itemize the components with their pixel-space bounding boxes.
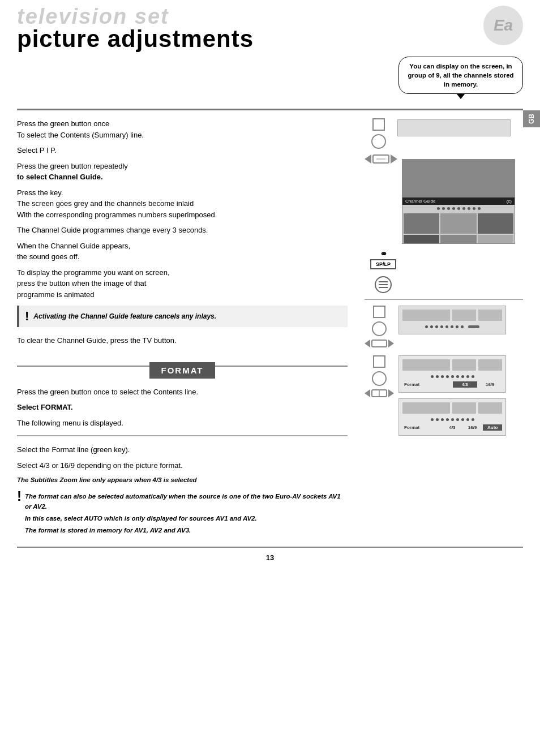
pip-remote-area — [365, 118, 523, 149]
exclaim-large-icon: ! — [17, 489, 22, 503]
nav-center-btn — [372, 154, 389, 164]
remote-btn-square-2 — [373, 306, 385, 318]
remote-btn-circle-2 — [372, 321, 387, 336]
remote-group-2 — [365, 154, 397, 244]
format-screen-2: Format 4/3 16/9 — [398, 355, 506, 393]
arrow-left-icon-2 — [365, 340, 370, 347]
arrow-right-icon-2 — [388, 340, 394, 347]
format-label-169-2: 16/9 — [463, 424, 482, 431]
main-content: Press the green button once To select th… — [0, 110, 540, 541]
remote-btn-square-3 — [373, 355, 385, 368]
page-header: television set picture adjustments Ea — [0, 0, 540, 52]
speech-bubble: You can display on the screen, in group … — [398, 57, 523, 94]
format-screen-3: Format 4/3 16/9 Auto — [398, 398, 506, 436]
splp-label: SP/LP — [370, 259, 396, 269]
format-section2-text: Select the Format line (green key). Sele… — [17, 444, 348, 485]
channel-guide-screen-area: Channel Guide (c) — [402, 154, 523, 244]
dots-row-2 — [402, 323, 502, 330]
format-banner: FORMAT — [149, 362, 215, 379]
remote-btn-circle-1 — [371, 134, 386, 149]
remote-btn-circle-3 — [372, 371, 387, 386]
arrow-left-icon — [365, 154, 371, 164]
format-row: FORMAT — [17, 354, 348, 379]
screen-area-empty — [397, 118, 523, 149]
format-section-text: Press the green button once to select th… — [17, 386, 348, 429]
channel-guide-area: Channel Guide (c) — [365, 154, 523, 244]
page-number: 13 — [17, 547, 523, 565]
format-remote-area — [365, 306, 523, 347]
remote-group-3 — [365, 306, 394, 347]
format-screen-2-area: Format 4/3 16/9 — [398, 355, 523, 436]
right-col-divider — [365, 299, 523, 300]
dots-row-4 — [402, 416, 502, 423]
menu-icon — [375, 276, 392, 293]
note-box-1: ! Activating the Channel Guide feature c… — [17, 306, 348, 327]
remote-group-1 — [365, 118, 393, 149]
format-screen-1 — [398, 306, 506, 334]
title-background: television set — [17, 6, 169, 27]
pip-section-text: Press the green button once To select th… — [17, 118, 348, 300]
note-warning-box: ! The format can also be selected automa… — [17, 489, 348, 538]
format-label-format: Format — [402, 381, 452, 388]
format-label-auto: Auto — [483, 424, 502, 431]
nav-row-2 — [365, 154, 397, 164]
arrow-left-icon-3 — [365, 389, 370, 397]
splp-button: ⚭ SP/LP — [370, 248, 396, 269]
splp-area: ⚭ SP/LP — [365, 248, 523, 269]
logo: Ea — [483, 6, 523, 45]
nav-row-4 — [365, 389, 394, 397]
left-column: Press the green button once To select th… — [17, 110, 359, 541]
format-screen-1-area — [398, 306, 523, 347]
divider-left — [17, 366, 149, 367]
section-divider-1 — [17, 435, 348, 436]
arrow-right-icon — [391, 154, 397, 164]
dots-row-3 — [402, 373, 502, 380]
format-remote-area-2: Format 4/3 16/9 — [365, 355, 523, 436]
channel-guide-label: Channel Guide — [405, 199, 435, 204]
thumb-grid — [402, 212, 515, 244]
exclaim-icon: ! — [25, 309, 29, 324]
arrow-right-icon-3 — [388, 389, 394, 397]
format-label-43: 4/3 — [453, 381, 477, 388]
menu-icon-area — [365, 276, 523, 293]
remote-btn-square-1 — [372, 118, 385, 131]
format-label-169: 16/9 — [478, 381, 503, 388]
channel-guide-screen: Channel Guide (c) — [402, 159, 515, 244]
format-label-format-2: Format — [402, 424, 442, 431]
format-label-43-2: 4/3 — [443, 424, 462, 431]
remote-group-4 — [365, 355, 394, 436]
channel-guide-label2: (c) — [507, 199, 512, 204]
right-column: Channel Guide (c) — [359, 110, 523, 541]
gb-tab: GB — [523, 110, 540, 127]
divider-right — [215, 366, 348, 367]
page-title: picture adjustments — [17, 26, 523, 52]
nav-row-3 — [365, 340, 394, 347]
dots-row-1 — [402, 205, 515, 212]
clear-guide-text: To clear the Channel Guide, press the TV… — [17, 335, 348, 346]
